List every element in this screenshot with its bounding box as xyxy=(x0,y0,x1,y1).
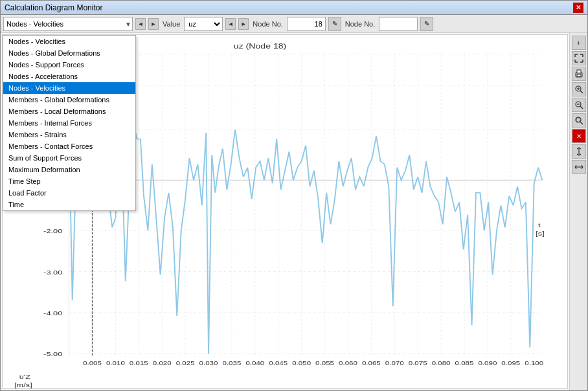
svg-text:0.070: 0.070 xyxy=(385,360,404,366)
svg-text:0.005: 0.005 xyxy=(83,360,102,366)
svg-text:0.075: 0.075 xyxy=(409,360,427,366)
main-dropdown-container: Nodes - Velocities ▼ xyxy=(3,17,133,31)
pick-node-button[interactable]: ✎ xyxy=(328,17,341,31)
svg-text:0.060: 0.060 xyxy=(339,360,357,366)
print-button[interactable] xyxy=(572,67,586,81)
svg-text:0.045: 0.045 xyxy=(269,360,288,366)
menu-item-nodes-velocities-active[interactable]: Nodes - Velocities xyxy=(3,82,135,94)
prev-button[interactable]: ◄ xyxy=(135,18,146,30)
menu-item-load-factor[interactable]: Load Factor xyxy=(3,187,135,199)
svg-text:0.085: 0.085 xyxy=(455,360,474,366)
node-number-input[interactable] xyxy=(287,17,326,31)
zoom-fit-button[interactable] xyxy=(572,51,586,65)
svg-text:0.080: 0.080 xyxy=(432,360,451,366)
value-dropdown[interactable]: uz xyxy=(184,17,223,31)
svg-text:0.040: 0.040 xyxy=(245,360,264,366)
svg-rect-65 xyxy=(577,70,581,73)
zoom-box-button[interactable] xyxy=(572,113,586,128)
svg-text:0.035: 0.035 xyxy=(222,360,241,366)
main-area: Nodes - Velocities Nodes - Global Deform… xyxy=(1,33,587,390)
next-button[interactable]: ► xyxy=(148,18,159,30)
menu-item-time-step[interactable]: Time Step xyxy=(3,175,135,187)
svg-text:0.025: 0.025 xyxy=(176,360,195,366)
svg-text:0.090: 0.090 xyxy=(478,360,497,366)
svg-text:0.095: 0.095 xyxy=(501,360,520,366)
menu-item-members-contact-forces[interactable]: Members - Contact Forces xyxy=(3,140,135,152)
svg-rect-76 xyxy=(576,118,580,122)
scale-x-button[interactable] xyxy=(572,160,586,174)
window-title: Calculation Diagram Monitor xyxy=(5,3,102,12)
svg-text:0.050: 0.050 xyxy=(292,360,311,366)
svg-text:[s]: [s] xyxy=(536,230,545,236)
svg-text:-4.00: -4.00 xyxy=(43,309,62,316)
sidebar-tools: + xyxy=(569,33,587,390)
svg-text:u'Z: u'Z xyxy=(19,374,30,380)
menu-item-members-internal-forces[interactable]: Members - Internal Forces xyxy=(3,117,135,129)
menu-item-maximum-deformation[interactable]: Maximum Deformation xyxy=(3,164,135,175)
menu-item-nodes-accelerations[interactable]: Nodes - Accelerations xyxy=(3,71,135,82)
svg-rect-66 xyxy=(577,74,581,76)
svg-line-75 xyxy=(580,122,583,124)
svg-text:uz (Node 18): uz (Node 18) xyxy=(234,43,286,50)
zoom-in-button[interactable]: + xyxy=(572,36,586,50)
chart-area: Nodes - Velocities Nodes - Global Deform… xyxy=(2,34,568,389)
svg-line-68 xyxy=(580,91,583,93)
svg-text:0.030: 0.030 xyxy=(199,360,218,366)
svg-text:0.020: 0.020 xyxy=(153,360,172,366)
node-number-input-2[interactable] xyxy=(379,17,418,31)
reset-zoom-button[interactable]: ✕ xyxy=(572,129,586,143)
menu-item-nodes-global-deformations[interactable]: Nodes - Global Deformations xyxy=(3,47,135,59)
value-dropdown-container: uz xyxy=(184,17,223,31)
menu-item-members-strains[interactable]: Members - Strains xyxy=(3,129,135,140)
toolbar: Nodes - Velocities ▼ ◄ ► Value uz ◄ ► No… xyxy=(1,15,587,33)
menu-item-members-local-deformations[interactable]: Members - Local Deformations xyxy=(3,106,135,117)
node-label: Node No. xyxy=(251,20,284,28)
svg-text:0.065: 0.065 xyxy=(362,360,381,366)
svg-text:0.100: 0.100 xyxy=(525,360,543,366)
node-label-2: Node No. xyxy=(344,20,376,28)
svg-text:0.055: 0.055 xyxy=(315,360,334,366)
menu-item-sum-of-support-forces[interactable]: Sum of Support Forces xyxy=(3,152,135,164)
pick-node-button-2[interactable]: ✎ xyxy=(420,17,433,31)
menu-item-nodes-velocities-1[interactable]: Nodes - Velocities xyxy=(3,36,135,47)
svg-text:-2.00: -2.00 xyxy=(43,228,62,234)
value-next-button[interactable]: ► xyxy=(238,18,249,30)
zoom-in2-button[interactable] xyxy=(572,82,586,96)
svg-text:0.010: 0.010 xyxy=(106,360,125,366)
main-dropdown[interactable]: Nodes - Velocities xyxy=(3,17,133,31)
value-prev-button[interactable]: ◄ xyxy=(225,18,236,30)
zoom-out-button[interactable] xyxy=(572,98,586,112)
main-window: Calculation Diagram Monitor ✕ Nodes - Ve… xyxy=(0,0,588,391)
close-button[interactable]: ✕ xyxy=(573,3,583,13)
svg-text:[m/s]: [m/s] xyxy=(14,381,32,388)
menu-item-members-global-deformations[interactable]: Members - Global Deformations xyxy=(3,94,135,106)
scale-y-button[interactable] xyxy=(572,144,586,159)
menu-item-nodes-support-forces[interactable]: Nodes - Support Forces xyxy=(3,59,135,71)
dropdown-menu[interactable]: Nodes - Velocities Nodes - Global Deform… xyxy=(3,35,136,211)
menu-item-time[interactable]: Time xyxy=(3,199,135,210)
value-label: Value xyxy=(161,20,181,28)
svg-line-72 xyxy=(580,106,583,109)
title-bar: Calculation Diagram Monitor ✕ xyxy=(1,1,587,15)
svg-text:-3.00: -3.00 xyxy=(43,269,62,275)
svg-text:-5.00: -5.00 xyxy=(43,351,62,357)
svg-text:0.015: 0.015 xyxy=(130,360,148,366)
